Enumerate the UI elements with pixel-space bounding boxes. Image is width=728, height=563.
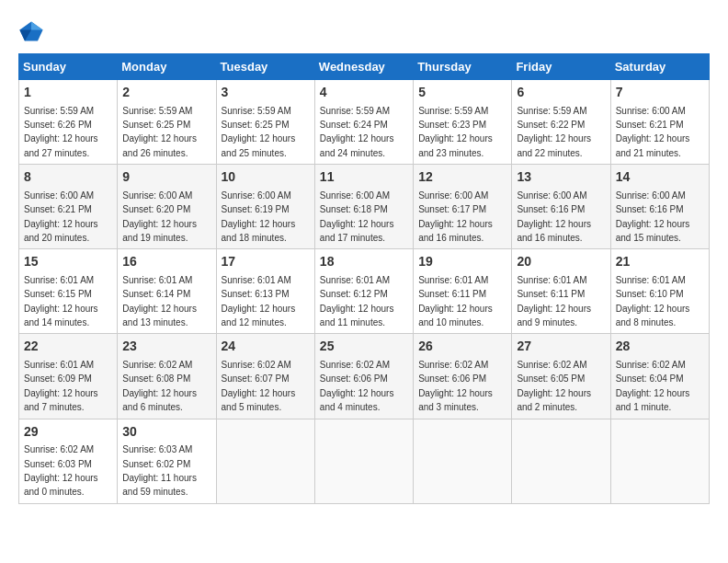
day-info: Sunrise: 5:59 AMSunset: 6:23 PMDaylight:… <box>418 106 493 158</box>
day-number: 13 <box>517 168 605 187</box>
day-info: Sunrise: 6:00 AMSunset: 6:16 PMDaylight:… <box>517 190 591 243</box>
calendar-cell: 22Sunrise: 6:01 AMSunset: 6:09 PMDayligh… <box>19 334 118 419</box>
day-info: Sunrise: 6:00 AMSunset: 6:21 PMDaylight:… <box>616 106 690 158</box>
day-info: Sunrise: 6:02 AMSunset: 6:06 PMDaylight:… <box>418 360 493 412</box>
calendar-cell: 7Sunrise: 6:00 AMSunset: 6:21 PMDaylight… <box>610 80 709 165</box>
day-info: Sunrise: 6:01 AMSunset: 6:09 PMDaylight:… <box>24 360 98 412</box>
logo <box>18 18 48 44</box>
day-number: 17 <box>222 253 310 271</box>
calendar-cell: 13Sunrise: 6:00 AMSunset: 6:16 PMDayligh… <box>512 165 610 249</box>
day-number: 21 <box>616 253 704 271</box>
calendar-cell: 28Sunrise: 6:02 AMSunset: 6:04 PMDayligh… <box>610 334 709 419</box>
day-number: 20 <box>517 253 605 271</box>
day-info: Sunrise: 6:01 AMSunset: 6:13 PMDaylight:… <box>222 275 296 327</box>
calendar-cell: 20Sunrise: 6:01 AMSunset: 6:11 PMDayligh… <box>512 249 610 334</box>
header <box>18 18 710 44</box>
calendar-cell: 26Sunrise: 6:02 AMSunset: 6:06 PMDayligh… <box>414 334 512 419</box>
day-number: 30 <box>122 423 210 442</box>
day-info: Sunrise: 5:59 AMSunset: 6:22 PMDaylight:… <box>517 106 591 158</box>
day-info: Sunrise: 6:00 AMSunset: 6:21 PMDaylight:… <box>24 190 98 243</box>
day-number: 14 <box>616 168 704 187</box>
day-number: 27 <box>517 338 605 356</box>
day-info: Sunrise: 6:02 AMSunset: 6:06 PMDaylight:… <box>320 360 394 412</box>
calendar-cell: 18Sunrise: 6:01 AMSunset: 6:12 PMDayligh… <box>314 249 413 334</box>
day-info: Sunrise: 6:01 AMSunset: 6:11 PMDaylight:… <box>418 275 493 327</box>
calendar-cell <box>512 419 610 503</box>
day-info: Sunrise: 6:01 AMSunset: 6:15 PMDaylight:… <box>24 275 98 327</box>
day-info: Sunrise: 6:02 AMSunset: 6:07 PMDaylight:… <box>222 360 296 412</box>
calendar-table: SundayMondayTuesdayWednesdayThursdayFrid… <box>18 53 710 504</box>
day-info: Sunrise: 6:01 AMSunset: 6:10 PMDaylight:… <box>616 275 690 327</box>
day-number: 8 <box>24 168 112 187</box>
day-info: Sunrise: 5:59 AMSunset: 6:25 PMDaylight:… <box>122 106 197 158</box>
day-number: 29 <box>24 423 112 442</box>
day-info: Sunrise: 6:01 AMSunset: 6:12 PMDaylight:… <box>320 275 394 327</box>
day-number: 24 <box>222 338 310 356</box>
day-info: Sunrise: 6:02 AMSunset: 6:05 PMDaylight:… <box>517 360 591 412</box>
day-number: 26 <box>418 338 506 356</box>
svg-marker-1 <box>31 22 43 30</box>
calendar-cell <box>314 419 413 503</box>
calendar-cell: 16Sunrise: 6:01 AMSunset: 6:14 PMDayligh… <box>118 249 216 334</box>
day-number: 10 <box>222 168 310 187</box>
day-info: Sunrise: 6:02 AMSunset: 6:08 PMDaylight:… <box>122 360 197 412</box>
day-info: Sunrise: 6:02 AMSunset: 6:04 PMDaylight:… <box>616 360 690 412</box>
col-header-thursday: Thursday <box>414 54 512 80</box>
day-info: Sunrise: 6:00 AMSunset: 6:19 PMDaylight:… <box>222 190 296 243</box>
calendar-cell: 3Sunrise: 5:59 AMSunset: 6:25 PMDaylight… <box>216 80 314 165</box>
day-number: 19 <box>418 253 506 271</box>
day-number: 6 <box>517 84 605 102</box>
calendar-cell <box>414 419 512 503</box>
calendar-cell <box>216 419 314 503</box>
day-number: 5 <box>418 84 506 102</box>
col-header-saturday: Saturday <box>610 54 709 80</box>
calendar-cell: 8Sunrise: 6:00 AMSunset: 6:21 PMDaylight… <box>19 165 118 249</box>
day-info: Sunrise: 5:59 AMSunset: 6:24 PMDaylight:… <box>320 106 394 158</box>
calendar-cell: 6Sunrise: 5:59 AMSunset: 6:22 PMDaylight… <box>512 80 610 165</box>
calendar-cell: 12Sunrise: 6:00 AMSunset: 6:17 PMDayligh… <box>414 165 512 249</box>
day-info: Sunrise: 6:00 AMSunset: 6:16 PMDaylight:… <box>616 190 690 243</box>
day-number: 9 <box>122 168 210 187</box>
calendar-cell: 30Sunrise: 6:03 AMSunset: 6:02 PMDayligh… <box>118 419 216 503</box>
calendar-cell: 5Sunrise: 5:59 AMSunset: 6:23 PMDaylight… <box>414 80 512 165</box>
col-header-tuesday: Tuesday <box>216 54 314 80</box>
day-info: Sunrise: 6:00 AMSunset: 6:20 PMDaylight:… <box>122 190 197 243</box>
day-info: Sunrise: 6:01 AMSunset: 6:11 PMDaylight:… <box>517 275 591 327</box>
day-number: 7 <box>616 84 704 102</box>
calendar-cell: 2Sunrise: 5:59 AMSunset: 6:25 PMDaylight… <box>118 80 216 165</box>
calendar-cell: 11Sunrise: 6:00 AMSunset: 6:18 PMDayligh… <box>314 165 413 249</box>
day-info: Sunrise: 6:00 AMSunset: 6:18 PMDaylight:… <box>320 190 394 243</box>
col-header-wednesday: Wednesday <box>314 54 413 80</box>
col-header-monday: Monday <box>118 54 216 80</box>
calendar-cell: 27Sunrise: 6:02 AMSunset: 6:05 PMDayligh… <box>512 334 610 419</box>
calendar-cell: 19Sunrise: 6:01 AMSunset: 6:11 PMDayligh… <box>414 249 512 334</box>
day-info: Sunrise: 6:00 AMSunset: 6:17 PMDaylight:… <box>418 190 493 243</box>
day-number: 23 <box>122 338 210 356</box>
calendar-cell: 24Sunrise: 6:02 AMSunset: 6:07 PMDayligh… <box>216 334 314 419</box>
calendar-cell <box>610 419 709 503</box>
day-number: 2 <box>122 84 210 102</box>
day-number: 11 <box>320 168 408 187</box>
day-info: Sunrise: 5:59 AMSunset: 6:26 PMDaylight:… <box>24 106 98 158</box>
col-header-friday: Friday <box>512 54 610 80</box>
calendar-cell: 17Sunrise: 6:01 AMSunset: 6:13 PMDayligh… <box>216 249 314 334</box>
calendar-cell: 15Sunrise: 6:01 AMSunset: 6:15 PMDayligh… <box>19 249 118 334</box>
col-header-sunday: Sunday <box>19 54 118 80</box>
day-number: 3 <box>222 84 310 102</box>
day-number: 12 <box>418 168 506 187</box>
calendar-cell: 29Sunrise: 6:02 AMSunset: 6:03 PMDayligh… <box>19 419 118 503</box>
day-info: Sunrise: 6:02 AMSunset: 6:03 PMDaylight:… <box>24 444 98 497</box>
calendar-cell: 1Sunrise: 5:59 AMSunset: 6:26 PMDaylight… <box>19 80 118 165</box>
day-number: 4 <box>320 84 408 102</box>
calendar-cell: 10Sunrise: 6:00 AMSunset: 6:19 PMDayligh… <box>216 165 314 249</box>
logo-icon <box>18 18 44 44</box>
calendar-cell: 25Sunrise: 6:02 AMSunset: 6:06 PMDayligh… <box>314 334 413 419</box>
day-info: Sunrise: 6:01 AMSunset: 6:14 PMDaylight:… <box>122 275 197 327</box>
day-number: 28 <box>616 338 704 356</box>
day-info: Sunrise: 6:03 AMSunset: 6:02 PMDaylight:… <box>122 444 197 497</box>
calendar-cell: 9Sunrise: 6:00 AMSunset: 6:20 PMDaylight… <box>118 165 216 249</box>
calendar-cell: 4Sunrise: 5:59 AMSunset: 6:24 PMDaylight… <box>314 80 413 165</box>
calendar-cell: 23Sunrise: 6:02 AMSunset: 6:08 PMDayligh… <box>118 334 216 419</box>
calendar-cell: 21Sunrise: 6:01 AMSunset: 6:10 PMDayligh… <box>610 249 709 334</box>
day-number: 18 <box>320 253 408 271</box>
